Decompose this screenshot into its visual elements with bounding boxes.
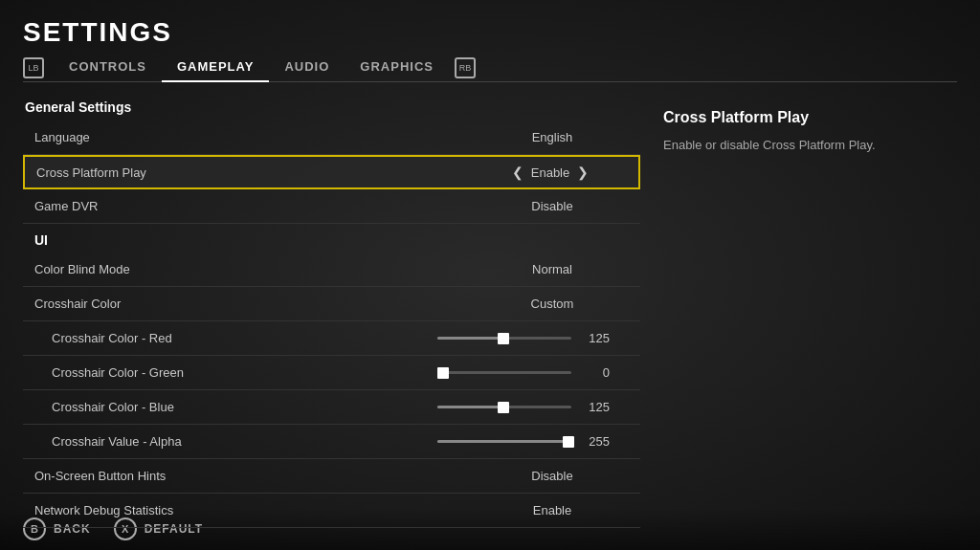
slider-alpha-value: 255: [581, 434, 610, 449]
crosshair-green-slider[interactable]: 0: [437, 365, 629, 380]
setting-crosshair-color-label: Crosshair Color: [34, 297, 476, 311]
slider-alpha-fill: [437, 440, 571, 443]
setting-network-debug-label: Network Debug Statistics: [34, 503, 476, 517]
ui-section-title: UI: [34, 232, 48, 248]
setting-color-blind[interactable]: Color Blind Mode Normal: [23, 253, 640, 287]
slider-red-value: 125: [581, 331, 610, 345]
setting-game-dvr-value: Disable: [476, 199, 629, 213]
setting-language-value: English: [476, 130, 629, 144]
setting-network-debug[interactable]: Network Debug Statistics Enable: [23, 494, 640, 528]
settings-panel: General Settings Language English Cross …: [23, 99, 640, 528]
slider-alpha-thumb[interactable]: [563, 436, 574, 448]
setting-crosshair-color[interactable]: Crosshair Color Custom: [23, 287, 640, 321]
info-panel-title: Cross Platform Play: [663, 109, 934, 126]
crosshair-red-slider[interactable]: 125: [437, 331, 629, 345]
setting-game-dvr-label: Game DVR: [34, 199, 476, 213]
setting-crosshair-red[interactable]: Crosshair Color - Red 125: [23, 321, 640, 356]
tab-gameplay[interactable]: GAMEPLAY: [162, 54, 269, 81]
setting-crosshair-alpha[interactable]: Crosshair Value - Alpha 255: [23, 425, 640, 459]
setting-cross-platform-label: Cross Platform Play: [36, 165, 474, 180]
tab-graphics[interactable]: GRAPHICS: [345, 54, 449, 81]
slider-blue-track: [437, 406, 571, 408]
slider-green-track: [437, 371, 571, 374]
slider-red-track: [437, 337, 571, 340]
tabs-bar: LB CONTROLS GAMEPLAY AUDIO GRAPHICS RB: [23, 54, 957, 82]
setting-onscreen-hints-value: Disable: [476, 469, 629, 483]
ui-section-header: UI: [23, 224, 640, 253]
setting-crosshair-green-label: Crosshair Color - Green: [52, 365, 437, 380]
slider-green-value: 0: [581, 365, 610, 380]
info-panel: Cross Platform Play Enable or disable Cr…: [640, 99, 957, 528]
right-bumper-icon: RB: [455, 57, 476, 78]
slider-red-fill: [437, 337, 503, 340]
setting-crosshair-blue-label: Crosshair Color - Blue: [52, 400, 437, 414]
setting-language[interactable]: Language English: [23, 121, 640, 155]
setting-language-label: Language: [34, 130, 476, 144]
setting-crosshair-green[interactable]: Crosshair Color - Green 0: [23, 356, 640, 390]
setting-crosshair-alpha-label: Crosshair Value - Alpha: [52, 434, 437, 449]
info-panel-description: Enable or disable Cross Platform Play.: [663, 136, 934, 155]
cross-platform-left-arrow[interactable]: ❮: [512, 165, 523, 180]
slider-alpha-track: [437, 440, 571, 443]
setting-onscreen-hints[interactable]: On-Screen Button Hints Disable: [23, 459, 640, 494]
setting-cross-platform-value[interactable]: ❮ Enable ❯: [474, 165, 627, 180]
tab-audio[interactable]: AUDIO: [269, 54, 345, 81]
slider-blue-thumb[interactable]: [498, 402, 509, 413]
setting-cross-platform[interactable]: Cross Platform Play ❮ Enable ❯: [23, 155, 640, 189]
left-bumper-icon: LB: [23, 57, 44, 78]
tab-controls[interactable]: CONTROLS: [54, 54, 162, 81]
slider-red-thumb[interactable]: [498, 333, 509, 344]
slider-blue-fill: [437, 406, 503, 408]
setting-game-dvr[interactable]: Game DVR Disable: [23, 189, 640, 224]
crosshair-blue-slider[interactable]: 125: [437, 400, 629, 414]
setting-network-debug-value: Enable: [476, 503, 629, 517]
setting-color-blind-value: Normal: [476, 262, 629, 276]
slider-blue-value: 125: [581, 400, 610, 414]
setting-color-blind-label: Color Blind Mode: [34, 262, 476, 276]
setting-onscreen-hints-label: On-Screen Button Hints: [34, 469, 476, 483]
general-settings-title: General Settings: [23, 99, 640, 115]
setting-crosshair-color-value: Custom: [476, 297, 629, 311]
setting-crosshair-blue[interactable]: Crosshair Color - Blue 125: [23, 390, 640, 425]
page-title: SETTINGS: [23, 17, 957, 48]
crosshair-alpha-slider[interactable]: 255: [437, 434, 629, 449]
cross-platform-right-arrow[interactable]: ❯: [577, 165, 589, 180]
setting-crosshair-red-label: Crosshair Color - Red: [52, 331, 437, 345]
slider-green-thumb[interactable]: [437, 367, 449, 379]
